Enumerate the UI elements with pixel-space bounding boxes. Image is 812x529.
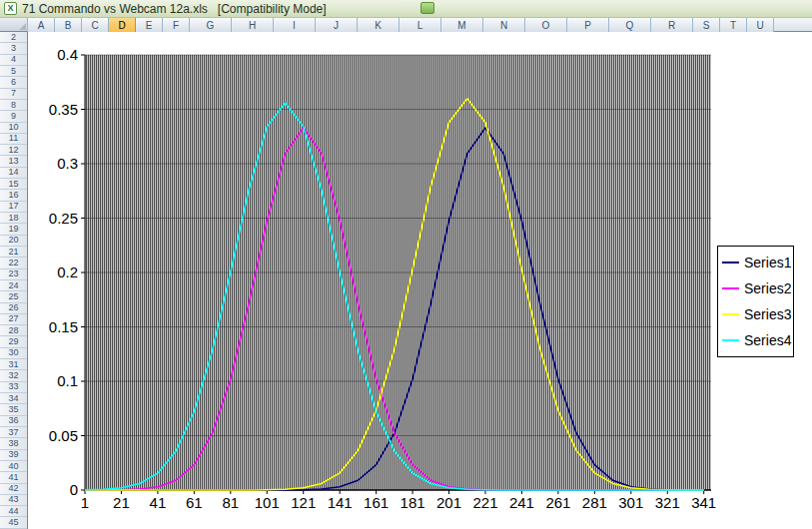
row-header-43[interactable]: 43 <box>0 495 27 506</box>
column-header-N[interactable]: N <box>483 18 525 32</box>
row-header-10[interactable]: 10 <box>0 123 27 134</box>
x-axis-label: 221 <box>472 494 497 511</box>
y-axis-label: 0.2 <box>57 264 78 280</box>
row-headers: 2345678910111213141516171819202122232425… <box>0 32 28 529</box>
column-header-R[interactable]: R <box>651 18 693 32</box>
chart-legend[interactable]: Series1Series2Series3Series4 <box>717 246 794 357</box>
row-header-17[interactable]: 17 <box>0 202 27 213</box>
row-header-39[interactable]: 39 <box>0 450 27 461</box>
row-header-5[interactable]: 5 <box>0 66 27 77</box>
column-header-E[interactable]: E <box>136 18 163 32</box>
row-header-35[interactable]: 35 <box>0 404 27 415</box>
legend-label: Series4 <box>744 332 791 348</box>
Series4-line-swatch-icon <box>722 339 739 341</box>
legend-entry-Series4[interactable]: Series4 <box>722 327 791 353</box>
column-header-K[interactable]: K <box>358 18 400 32</box>
select-all-corner[interactable] <box>0 18 28 32</box>
x-axis-label: 121 <box>291 494 316 511</box>
x-axis-label: 241 <box>509 494 534 511</box>
column-headers: ABCDEFGHIJKLMNOPQRSTU <box>28 18 812 32</box>
row-header-42[interactable]: 42 <box>0 484 27 495</box>
y-axis-label: 0.05 <box>49 427 78 444</box>
row-header-23[interactable]: 23 <box>0 269 27 280</box>
row-header-7[interactable]: 7 <box>0 89 27 100</box>
row-header-20[interactable]: 20 <box>0 236 27 247</box>
column-header-M[interactable]: M <box>441 18 483 32</box>
row-header-40[interactable]: 40 <box>0 461 27 472</box>
column-header-S[interactable]: S <box>693 18 720 32</box>
x-axis-label: 101 <box>255 494 280 511</box>
row-header-2[interactable]: 2 <box>0 32 27 43</box>
row-header-14[interactable]: 14 <box>0 168 27 179</box>
row-header-6[interactable]: 6 <box>0 77 27 88</box>
y-axis-label: 0 <box>70 481 78 498</box>
column-header-H[interactable]: H <box>232 18 274 32</box>
x-axis-label: 301 <box>618 494 643 511</box>
row-header-24[interactable]: 24 <box>0 280 27 291</box>
Series3-line-swatch-icon <box>722 313 739 315</box>
column-header-P[interactable]: P <box>567 18 609 32</box>
row-header-38[interactable]: 38 <box>0 438 27 449</box>
column-header-C[interactable]: C <box>82 18 109 32</box>
row-header-37[interactable]: 37 <box>0 427 27 438</box>
row-header-22[interactable]: 22 <box>0 258 27 268</box>
row-header-9[interactable]: 9 <box>0 111 27 122</box>
y-axis-label: 0.25 <box>49 210 78 227</box>
legend-entry-Series2[interactable]: Series2 <box>722 275 791 301</box>
row-header-13[interactable]: 13 <box>0 156 27 167</box>
x-axis-label: 261 <box>545 494 570 511</box>
column-header-F[interactable]: F <box>163 18 190 32</box>
chart-area[interactable]: 00.050.10.150.20.250.30.350.412141618110… <box>28 32 812 529</box>
row-header-28[interactable]: 28 <box>0 325 27 336</box>
row-header-21[interactable]: 21 <box>0 247 27 258</box>
column-header-O[interactable]: O <box>525 18 567 32</box>
row-header-30[interactable]: 30 <box>0 348 27 359</box>
column-header-I[interactable]: I <box>274 18 316 32</box>
compatibility-mode-badge: [Compatibility Mode] <box>218 2 327 16</box>
row-header-25[interactable]: 25 <box>0 291 27 302</box>
row-header-15[interactable]: 15 <box>0 179 27 190</box>
row-header-41[interactable]: 41 <box>0 472 27 483</box>
row-header-34[interactable]: 34 <box>0 393 27 404</box>
y-axis-label: 0.35 <box>49 101 78 118</box>
row-header-29[interactable]: 29 <box>0 336 27 347</box>
column-header-J[interactable]: J <box>316 18 358 32</box>
legend-entry-Series1[interactable]: Series1 <box>722 250 791 275</box>
row-header-8[interactable]: 8 <box>0 100 27 111</box>
column-header-Q[interactable]: Q <box>609 18 651 32</box>
row-header-16[interactable]: 16 <box>0 190 27 201</box>
column-header-A[interactable]: A <box>28 18 55 32</box>
legend-label: Series3 <box>744 306 791 322</box>
row-header-31[interactable]: 31 <box>0 359 27 370</box>
row-header-33[interactable]: 33 <box>0 382 27 393</box>
row-header-12[interactable]: 12 <box>0 145 27 156</box>
x-axis-label: 161 <box>364 494 389 511</box>
column-header-D[interactable]: D <box>109 18 136 32</box>
column-header-G[interactable]: G <box>190 18 232 32</box>
column-header-B[interactable]: B <box>55 18 82 32</box>
row-header-45[interactable]: 45 <box>0 517 27 528</box>
y-axis-label: 0.3 <box>57 155 78 172</box>
row-header-36[interactable]: 36 <box>0 416 27 427</box>
y-axis-label: 0.1 <box>57 372 78 389</box>
column-header-U[interactable]: U <box>747 18 774 32</box>
x-axis-label: 281 <box>582 494 607 511</box>
row-header-44[interactable]: 44 <box>0 506 27 517</box>
row-header-18[interactable]: 18 <box>0 213 27 224</box>
legend-label: Series1 <box>744 255 791 270</box>
row-header-4[interactable]: 4 <box>0 55 27 66</box>
row-header-19[interactable]: 19 <box>0 224 27 235</box>
x-axis-label: 201 <box>436 494 461 511</box>
legend-entry-Series3[interactable]: Series3 <box>722 301 791 327</box>
row-header-32[interactable]: 32 <box>0 370 27 381</box>
row-header-27[interactable]: 27 <box>0 314 27 325</box>
Series2-line-swatch-icon <box>722 287 739 289</box>
row-header-26[interactable]: 26 <box>0 303 27 314</box>
x-axis-label: 61 <box>186 494 203 511</box>
row-header-3[interactable]: 3 <box>0 43 27 54</box>
column-header-T[interactable]: T <box>720 18 747 32</box>
column-header-L[interactable]: L <box>400 18 441 32</box>
x-axis-label: 181 <box>401 494 425 511</box>
x-axis-label: 41 <box>150 494 167 511</box>
row-header-11[interactable]: 11 <box>0 134 27 145</box>
